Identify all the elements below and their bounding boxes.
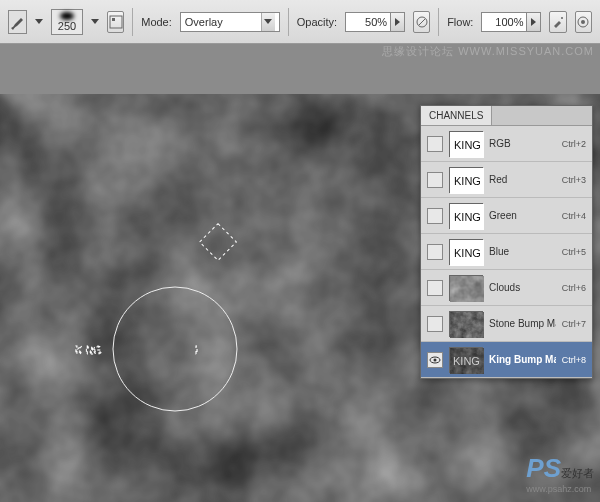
channel-thumb: KING (449, 239, 483, 265)
flow-flyout[interactable] (527, 12, 541, 32)
channel-name: King Bump Map (489, 354, 556, 365)
channel-thumb (449, 311, 483, 337)
visibility-toggle[interactable] (427, 280, 443, 296)
channel-row[interactable]: KINGBlueCtrl+5 (421, 234, 592, 270)
workspace: 思缘设计论坛 WWW.MISSYUAN.COM K NG I K (0, 44, 600, 502)
channel-shortcut: Ctrl+5 (562, 247, 586, 257)
palette-icon (109, 15, 123, 29)
opacity-value: 50% (365, 16, 387, 28)
channel-name: Stone Bump Map (489, 318, 556, 329)
visibility-toggle[interactable] (427, 172, 443, 188)
mode-value: Overlay (185, 16, 257, 28)
channel-name: Red (489, 174, 556, 185)
opacity-flyout[interactable] (391, 12, 405, 32)
mode-dropdown[interactable]: Overlay (180, 12, 280, 32)
svg-point-25 (434, 358, 437, 361)
channel-row[interactable]: CloudsCtrl+6 (421, 270, 592, 306)
svg-text:KING: KING (453, 355, 480, 367)
channel-thumb: KING (449, 203, 483, 229)
chevron-down-icon[interactable] (35, 19, 43, 24)
airbrush-toggle[interactable] (549, 11, 566, 33)
channel-shortcut: Ctrl+3 (562, 175, 586, 185)
eye-icon (429, 356, 441, 364)
svg-rect-21 (450, 276, 484, 302)
channel-row[interactable]: KINGGreenCtrl+4 (421, 198, 592, 234)
svg-text:KING: KING (454, 247, 481, 259)
svg-text:KING: KING (454, 211, 481, 223)
watermark-top: 思缘设计论坛 WWW.MISSYUAN.COM (382, 44, 594, 59)
svg-text:I: I (195, 344, 198, 356)
mode-label: Mode: (141, 16, 172, 28)
channel-shortcut: Ctrl+4 (562, 211, 586, 221)
channel-row[interactable]: KINGRedCtrl+3 (421, 162, 592, 198)
brush-preset-picker[interactable]: 250 (51, 9, 83, 35)
channel-shortcut: Ctrl+2 (562, 139, 586, 149)
chevron-down-icon (261, 13, 275, 31)
separator (132, 8, 133, 36)
channels-panel: CHANNELS KINGRGBCtrl+2KINGRedCtrl+3KINGG… (420, 105, 593, 379)
svg-rect-1 (112, 18, 115, 21)
svg-text:KING: KING (454, 139, 481, 151)
brush-size-label: 250 (58, 20, 76, 32)
watermark-text: 爱好者 (561, 467, 594, 479)
channel-name: Clouds (489, 282, 556, 293)
options-bar: 250 Mode: Overlay Opacity: 50% Flow: 100… (0, 0, 600, 44)
brush-panel-toggle[interactable] (107, 11, 124, 33)
separator (438, 8, 439, 36)
channel-thumb: KING (449, 347, 483, 373)
pressure-opacity-toggle[interactable] (413, 11, 430, 33)
chevron-down-icon[interactable] (91, 19, 99, 24)
airbrush-icon (551, 15, 565, 29)
flow-value: 100% (495, 16, 523, 28)
channel-name: Blue (489, 246, 556, 257)
target-icon (576, 15, 590, 29)
tablet-icon (415, 15, 429, 29)
channel-name: Green (489, 210, 556, 221)
visibility-toggle[interactable] (427, 352, 443, 368)
panel-tabs: CHANNELS (421, 106, 592, 126)
flow-label: Flow: (447, 16, 473, 28)
separator (288, 8, 289, 36)
flow-input[interactable]: 100% (481, 12, 527, 32)
channel-shortcut: Ctrl+6 (562, 283, 586, 293)
opacity-label: Opacity: (297, 16, 337, 28)
visibility-toggle[interactable] (427, 136, 443, 152)
watermark-brand: PS (526, 453, 561, 483)
channel-row[interactable]: KINGRGBCtrl+2 (421, 126, 592, 162)
watermark-bottom: PS爱好者 www.psahz.com (526, 453, 594, 494)
svg-rect-23 (450, 312, 484, 338)
channel-thumb: KING (449, 167, 483, 193)
brush-icon (9, 14, 25, 30)
channel-thumb (449, 275, 483, 301)
channels-list: KINGRGBCtrl+2KINGRedCtrl+3KINGGreenCtrl+… (421, 126, 592, 378)
svg-rect-0 (110, 16, 122, 28)
channel-shortcut: Ctrl+7 (562, 319, 586, 329)
pressure-size-toggle[interactable] (575, 11, 592, 33)
watermark-url: www.psahz.com (526, 484, 594, 494)
channel-name: RGB (489, 138, 556, 149)
channel-row[interactable]: Stone Bump MapCtrl+7 (421, 306, 592, 342)
visibility-toggle[interactable] (427, 208, 443, 224)
channel-thumb: KING (449, 131, 483, 157)
svg-point-3 (561, 17, 563, 19)
svg-point-5 (581, 20, 585, 24)
channel-row[interactable]: KINGKing Bump MapCtrl+8 (421, 342, 592, 378)
channel-shortcut: Ctrl+8 (562, 355, 586, 365)
visibility-toggle[interactable] (427, 316, 443, 332)
opacity-input[interactable]: 50% (345, 12, 391, 32)
svg-text:KING: KING (454, 175, 481, 187)
visibility-toggle[interactable] (427, 244, 443, 260)
tool-preset-picker[interactable] (8, 10, 27, 34)
tab-channels[interactable]: CHANNELS (421, 106, 492, 125)
brush-dot-icon (60, 12, 74, 20)
king-selection-outline: K NG (75, 344, 102, 356)
